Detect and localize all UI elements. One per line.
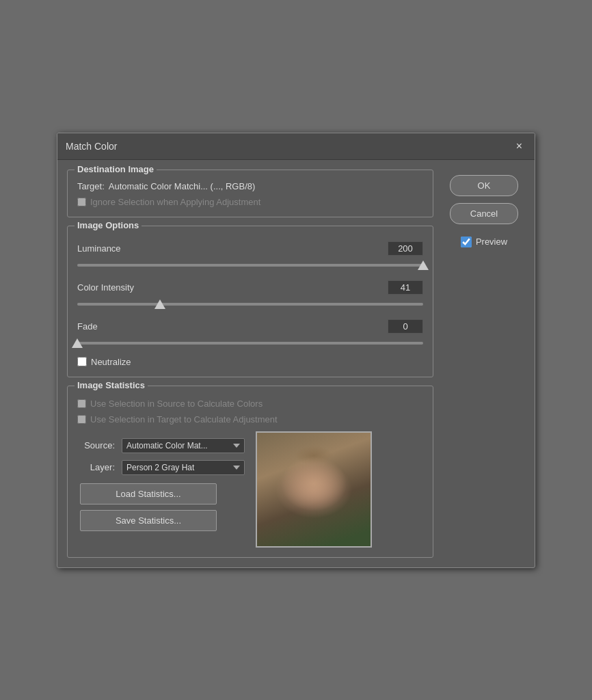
fade-group: Fade [77, 319, 423, 350]
color-intensity-label: Color Intensity [77, 282, 134, 293]
luminance-input[interactable] [388, 241, 423, 256]
layer-label: Layer: [77, 462, 115, 472]
layer-row: Layer: Person 2 Gray Hat Background [77, 460, 245, 475]
luminance-slider-container [77, 258, 423, 272]
use-source-label: Use Selection in Source to Calculate Col… [90, 399, 263, 409]
left-panel: Destination Image Target: Automatic Colo… [67, 170, 433, 558]
use-target-checkbox[interactable] [77, 415, 86, 424]
color-intensity-track [77, 303, 423, 306]
image-options-label: Image Options [75, 220, 142, 230]
load-statistics-button[interactable]: Load Statistics... [80, 483, 217, 504]
use-source-row: Use Selection in Source to Calculate Col… [77, 399, 423, 409]
color-intensity-slider-container [77, 297, 423, 311]
ignore-selection-row: Ignore Selection when Applying Adjustmen… [77, 197, 423, 207]
face-detail [257, 433, 371, 546]
ignore-selection-checkbox[interactable] [77, 198, 86, 206]
image-options-section: Image Options Luminance [67, 226, 433, 377]
close-button[interactable]: × [512, 139, 526, 154]
save-statistics-button[interactable]: Save Statistics... [80, 510, 217, 531]
target-row: Target: Automatic Color Matchi... (..., … [77, 181, 423, 191]
ok-button[interactable]: OK [450, 175, 518, 196]
destination-image-label: Destination Image [75, 164, 157, 174]
source-label: Source: [77, 440, 115, 450]
layer-select[interactable]: Person 2 Gray Hat Background [122, 460, 245, 475]
color-intensity-group: Color Intensity [77, 280, 423, 311]
title-bar: Match Color × [57, 133, 535, 160]
target-label: Target: [77, 181, 105, 191]
preview-checkbox[interactable] [461, 237, 472, 247]
right-panel: OK Cancel Preview [443, 170, 525, 558]
luminance-track [77, 264, 423, 267]
fade-label: Fade [77, 321, 98, 332]
neutralize-label: Neutralize [91, 357, 131, 367]
use-target-label: Use Selection in Target to Calculate Adj… [90, 414, 278, 425]
luminance-group: Luminance [77, 241, 423, 272]
destination-image-section: Destination Image Target: Automatic Colo… [67, 170, 433, 217]
match-color-dialog: Match Color × Destination Image Target: … [57, 133, 535, 568]
source-row: Source: Automatic Color Mat... None [77, 438, 245, 453]
fade-track [77, 342, 423, 345]
preview-row: Preview [461, 237, 507, 247]
fade-slider-container [77, 336, 423, 350]
fade-thumb[interactable] [72, 338, 83, 348]
image-statistics-label: Image Statistics [75, 380, 148, 390]
preview-label: Preview [476, 237, 507, 247]
neutralize-checkbox[interactable] [77, 357, 87, 366]
source-layer-fields: Source: Automatic Color Mat... None Laye… [77, 431, 245, 548]
dialog-body: Destination Image Target: Automatic Colo… [57, 160, 535, 567]
luminance-label: Luminance [77, 243, 121, 254]
use-target-row: Use Selection in Target to Calculate Adj… [77, 414, 423, 425]
target-value: Automatic Color Matchi... (..., RGB/8) [109, 181, 256, 191]
use-source-checkbox[interactable] [77, 399, 86, 408]
source-image-thumbnail [256, 431, 372, 548]
color-intensity-thumb[interactable] [154, 299, 165, 309]
color-intensity-input[interactable] [388, 280, 423, 295]
source-select[interactable]: Automatic Color Mat... None [122, 438, 245, 453]
cancel-button[interactable]: Cancel [450, 203, 518, 224]
ignore-selection-label: Ignore Selection when Applying Adjustmen… [90, 197, 260, 207]
fade-input[interactable] [388, 319, 423, 334]
stats-lower: Source: Automatic Color Mat... None Laye… [77, 431, 423, 548]
image-statistics-section: Image Statistics Use Selection in Source… [67, 386, 433, 558]
stats-buttons: Load Statistics... Save Statistics... [80, 483, 245, 531]
luminance-thumb[interactable] [418, 260, 429, 270]
neutralize-row: Neutralize [77, 357, 423, 367]
dialog-title: Match Color [66, 141, 117, 152]
